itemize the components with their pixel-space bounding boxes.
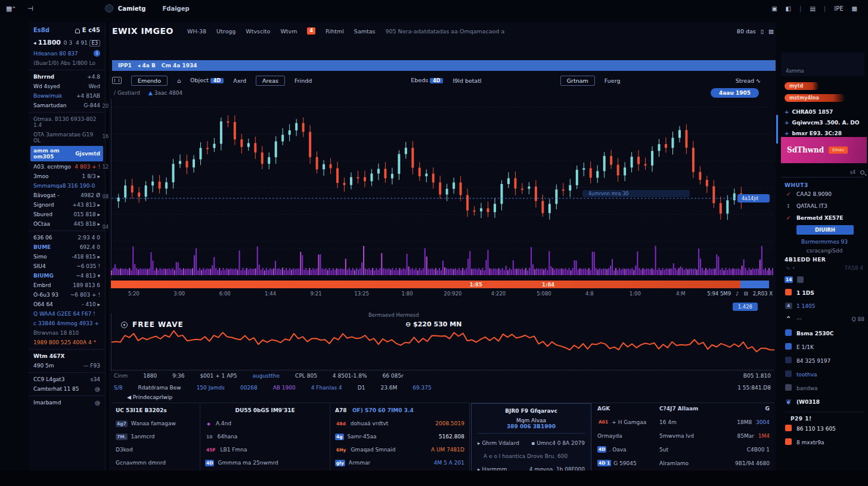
sidebar-metric[interactable]: ❦(W0318 xyxy=(785,395,864,409)
half-icon[interactable]: ◧ xyxy=(786,5,791,12)
watchlist-row[interactable]: Wtm 467X xyxy=(29,351,105,361)
replay-scrubber[interactable]: 1:851:84 xyxy=(111,281,769,288)
appbar-menu-item[interactable]: Fdaigep xyxy=(162,5,189,12)
watchlist-row[interactable]: Q WAA4 G2EE 64 F67 ! xyxy=(29,309,105,319)
watchlist-row[interactable]: O64 64- 410 ▸ xyxy=(29,300,105,309)
sidebar-metric[interactable]: bandwa xyxy=(785,381,864,395)
watchlist-row[interactable]: c 33846 4mmog 4933 + xyxy=(29,319,105,328)
table-row[interactable]: 45FLB1 Fmna xyxy=(205,443,325,456)
layout-icon[interactable]: ▤ xyxy=(810,5,815,12)
watchlist-row[interactable]: Embrd189 813 6 xyxy=(29,281,105,290)
watchlist-row[interactable]: SamartudanG-844 xyxy=(29,101,105,110)
watchlist-row[interactable]: Bowwimak+4 81AB xyxy=(29,91,105,101)
watchlist-row[interactable]: SIU4~6 035 ! xyxy=(29,261,105,271)
table-row[interactable]: 1064hana xyxy=(205,430,325,443)
sidebar-metric[interactable]: 8 mxxtr9a xyxy=(785,435,864,449)
sidebar-metric[interactable]: E 1/1K xyxy=(785,340,864,354)
link-1[interactable]: Bsrmermrmes 93 xyxy=(801,239,848,245)
minimize-icon[interactable]: ⊟ xyxy=(744,291,748,297)
bookmark-icon[interactable]: ▯ xyxy=(761,28,764,35)
watchlist-row-selected[interactable]: amm om om305Gjsvmtd xyxy=(30,146,103,161)
promo-banner[interactable]: SdThwnd Emev xyxy=(781,137,867,163)
col4-total-link[interactable]: 389 006 3B1990 xyxy=(478,423,585,434)
watchlist-row[interactable]: Bhrrnd+4.8 xyxy=(29,72,105,82)
sidebar-search-row[interactable]: s4 xyxy=(781,168,864,177)
scale-label[interactable]: 2,R03 X xyxy=(753,291,773,297)
header-menu-item[interactable]: Samtas xyxy=(354,28,376,35)
check-item[interactable]: ✓CAA2 8.9090 xyxy=(785,188,864,200)
header-menu-item[interactable]: WH-38 xyxy=(187,28,206,35)
watchlist-row[interactable]: Imarbamd@ xyxy=(29,398,105,407)
panel-icon[interactable]: ▣ xyxy=(771,5,777,12)
notice-banner[interactable]: IPP1 ◂ 4a B Cm 4a 1934 xyxy=(112,60,776,71)
col5-cell-a[interactable]: Ormayda xyxy=(597,429,655,442)
col5-cell-a[interactable]: 4D 1G 59045 xyxy=(597,457,655,469)
table-row[interactable]: 7M.1anmcrd xyxy=(116,430,195,443)
table-row[interactable]: Gcnavmmn dmnrd xyxy=(116,456,195,469)
hot-pill-1[interactable]: mytd xyxy=(785,82,819,90)
sidebar-metric[interactable]: ⌃···Q 88 xyxy=(785,312,864,326)
col5-cell-a[interactable]: 4D. Oava xyxy=(597,443,655,456)
fuerg-button[interactable]: Fuerg xyxy=(604,77,621,84)
watchlist-row[interactable]: BUME692.4 0 xyxy=(29,242,105,252)
chip-grey[interactable] xyxy=(797,276,804,283)
chip-row[interactable]: 14 xyxy=(785,273,864,286)
table-row[interactable]: glyArmmar4M 5 A 201 xyxy=(335,456,464,469)
collapse-icon[interactable]: ⊣ xyxy=(27,5,33,13)
watchlist-row[interactable]: 3moo1 8/3 ▸ xyxy=(29,172,105,181)
hotkey-item[interactable]: +CHRA05 1857 xyxy=(785,107,867,117)
watchlist-row[interactable]: Camterhat 11 85@ xyxy=(29,384,105,394)
account-link-row[interactable]: Hdeanan 80 837 i xyxy=(29,48,105,58)
check-item[interactable]: ✓Bermetd XE57E xyxy=(785,212,864,224)
promo-button[interactable]: Emev xyxy=(829,147,848,154)
sidebar-metric[interactable]: 84 325 9197 xyxy=(785,354,864,367)
watchlist-row[interactable]: Sbured015 818 ▸ xyxy=(29,210,105,219)
download-button[interactable]: DIUIRH xyxy=(796,225,854,235)
alert-badge[interactable]: 4 xyxy=(307,27,315,35)
price-flag-chip[interactable]: E3 xyxy=(89,40,100,46)
hotkey-item[interactable]: +Gqiwvcm3 .500. A. DO xyxy=(785,117,867,128)
object-button[interactable]: Object 4D xyxy=(190,77,224,85)
mini-panel[interactable]: 4amma xyxy=(781,52,864,76)
table-row[interactable]: 4DGmmma ma 25nwmrd xyxy=(205,456,325,469)
col5-cell-a[interactable]: A01+ H Gamgaa xyxy=(597,416,655,428)
grtnam-button[interactable]: Grtnam xyxy=(560,76,595,86)
watchlist-row[interactable]: 490 5m— F93 xyxy=(29,361,105,370)
sidebar-metric[interactable]: toothva xyxy=(785,367,864,381)
hot-pill-2[interactable]: mstmy4lna xyxy=(785,94,845,102)
app-brand[interactable]: Camietg xyxy=(105,4,146,13)
table-row[interactable]: 6HyGmaqad SmnaidA UM 7481D xyxy=(335,443,464,456)
volume-chart[interactable] xyxy=(111,238,774,278)
grid-icon[interactable]: ▩ xyxy=(852,5,857,12)
search-icon[interactable] xyxy=(860,170,864,175)
watchlist-row[interactable]: CC9 L4gat3s34 xyxy=(29,375,105,384)
sidebar-title[interactable]: Es8d xyxy=(33,27,49,33)
table-row[interactable]: 4g7Wanaa famagaw xyxy=(116,417,195,430)
watchlist-row[interactable]: OCtaa445 818 ▸ xyxy=(29,219,105,229)
axrd-button[interactable]: Axrd xyxy=(233,77,246,84)
watchlist-row[interactable]: O-6u3 93~6 803 + ! xyxy=(29,290,105,300)
watchlist-row[interactable]: Simo-418 815 ▸ xyxy=(29,252,105,261)
interval-grid-icon[interactable] xyxy=(112,77,122,84)
sidebar-metric[interactable]: 1 1DS xyxy=(785,286,864,300)
watchlist-row[interactable]: 636 062:93 4 0 xyxy=(29,233,105,242)
sidebar-metric[interactable]: Bsma 2530C xyxy=(785,326,864,340)
chip-blue[interactable]: 14 xyxy=(785,276,793,283)
sidebar-metric[interactable]: 41 1405 xyxy=(785,300,864,312)
table-row[interactable]: 48ddohuaá vrdtvt2008.5019 xyxy=(335,417,464,430)
header-menu-item[interactable]: Utrogg xyxy=(216,28,235,35)
header-menu-item[interactable]: Wtvscito xyxy=(246,28,270,35)
col4-row-1[interactable]: ▸ Ghrm Vdalard▪ Umnc4 0 8A 2079 xyxy=(478,437,585,450)
autofit-pill-button[interactable]: 4aau 1905 xyxy=(711,88,759,98)
bell-icon[interactable] xyxy=(75,29,80,33)
table-row[interactable]: 4gSamr-45aa5162.808 xyxy=(335,430,464,443)
camera-icon[interactable]: ▧ xyxy=(768,28,774,35)
instrument-title[interactable]: EWIX IMGEO xyxy=(112,26,173,36)
watchlist-row[interactable]: Wd 4syedWed xyxy=(29,82,105,91)
watchlist-row[interactable]: Signord+43 813 ▸ xyxy=(29,200,105,210)
appbar-right-text[interactable]: IPE xyxy=(834,5,843,12)
stread-button[interactable]: Stread ∿ xyxy=(736,77,761,84)
window-icon[interactable]: ▦⁺ xyxy=(6,5,16,13)
watchlist-row[interactable]: 1989 800 525 400A 4 * xyxy=(29,338,105,347)
link-2[interactable]: csracangiSdd xyxy=(807,248,842,254)
